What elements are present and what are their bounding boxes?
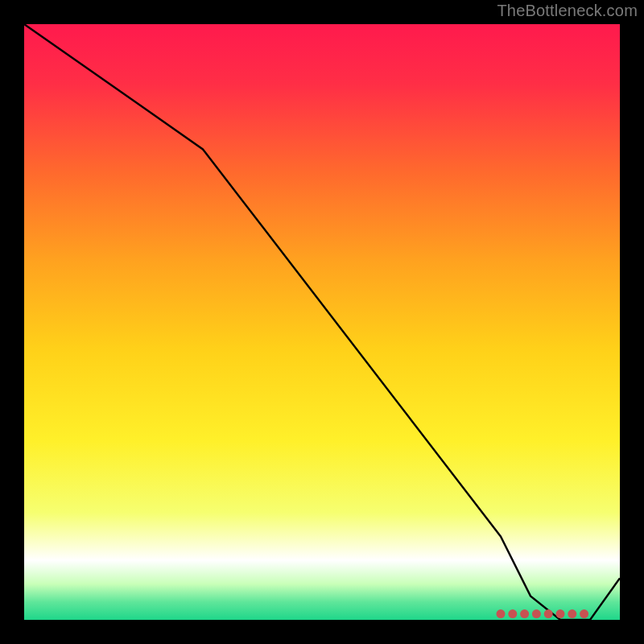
optimal-marker [497,609,506,618]
chart-svg [24,24,620,620]
optimal-marker [568,609,576,618]
optimal-marker [532,609,541,618]
optimal-marker [556,609,565,618]
bottleneck-chart [24,24,620,620]
optimal-marker [508,609,517,618]
optimal-marker [520,609,529,618]
watermark-text: TheBottleneck.com [497,2,638,20]
optimal-marker [544,609,553,618]
optimal-marker [580,609,588,618]
gradient-background [24,24,620,620]
chart-stage: TheBottleneck.com [0,0,644,644]
